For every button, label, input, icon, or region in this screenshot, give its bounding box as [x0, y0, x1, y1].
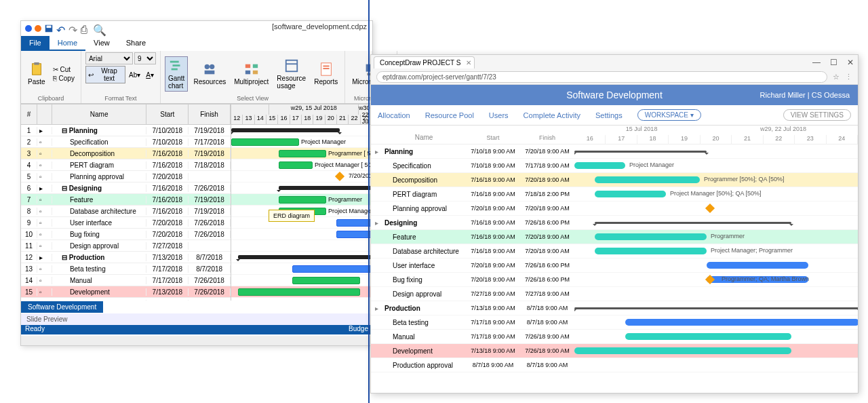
- table-row[interactable]: 16▫Production approval8/7/2018: [21, 298, 231, 301]
- nav-resource-pool[interactable]: Resource Pool: [425, 111, 474, 119]
- tab-close-icon[interactable]: ✕: [466, 59, 471, 66]
- table-row[interactable]: Manual7/17/18 9:00 AM7/26/18 9:00 AM: [371, 330, 574, 344]
- browser-chrome: — ☐ ✕ ConceptDraw PROJECT S ✕ eptdraw.co…: [371, 55, 858, 85]
- wcol-finish[interactable]: Finish: [520, 134, 574, 141]
- wrap-text-button[interactable]: ↩Wrap text: [85, 66, 125, 83]
- undo-icon[interactable]: ↶: [56, 24, 66, 33]
- table-row[interactable]: PERT diagram7/16/18 9:00 AM7/18/18 2:00 …: [371, 187, 574, 202]
- close-icon[interactable]: ✕: [847, 58, 854, 67]
- qat-icon-1[interactable]: [35, 25, 41, 32]
- horizontal-scrollbar[interactable]: [21, 336, 372, 345]
- gantt-chart[interactable]: w29, 15 Jul 2018 w30, 22 Ju 121314151617…: [231, 104, 372, 301]
- table-row[interactable]: 6▸⊟ Designing7/16/20187/26/2018: [21, 183, 231, 194]
- tab-view[interactable]: View: [85, 36, 118, 51]
- table-row[interactable]: Design approval7/27/18 9:00 AM7/27/18 9:…: [371, 287, 574, 301]
- table-row[interactable]: 14▫Manual7/17/20187/26/2018: [21, 275, 231, 286]
- nav-settings[interactable]: Settings: [595, 111, 623, 119]
- table-row[interactable]: 1▸⊟ Planning7/10/20187/19/2018: [21, 125, 231, 136]
- font-color-button[interactable]: A▾: [144, 71, 156, 79]
- svg-rect-17: [323, 66, 329, 67]
- col-icon[interactable]: [37, 104, 52, 124]
- web-gantt[interactable]: 15 Jul 2018 w29, 22 Jul 2018 16171819202…: [574, 126, 858, 383]
- wcol-name[interactable]: Name: [382, 134, 466, 141]
- user-info[interactable]: Richard Miller | CS Odessa: [760, 91, 850, 99]
- wcol-start[interactable]: Start: [466, 134, 520, 141]
- ribbon: Paste ✂Cut ⎘Copy Clipboard Arial 9 ↩Wrap…: [21, 51, 372, 104]
- table-row[interactable]: Decomposition7/16/18 9:00 AM7/20/18 9:00…: [371, 173, 574, 187]
- minimize-icon[interactable]: —: [812, 58, 821, 67]
- task-type-icon: ▫: [37, 265, 52, 273]
- table-row[interactable]: Production approval8/7/18 9:00 AM8/7/18 …: [371, 358, 574, 372]
- cut-button[interactable]: ✂Cut: [51, 65, 77, 74]
- table-row[interactable]: Feature7/16/18 9:00 AM7/20/18 9:00 AM: [371, 230, 574, 244]
- multiproject-button[interactable]: Multiproject: [231, 60, 271, 87]
- table-row[interactable]: 13▫Beta testing7/17/20188/7/2018: [21, 263, 231, 275]
- maximize-icon[interactable]: ☐: [830, 58, 837, 67]
- table-row[interactable]: 3▫Decomposition7/16/20187/19/2018: [21, 148, 231, 159]
- font-case-button[interactable]: Ab▾: [127, 71, 142, 79]
- nav-allocation[interactable]: Allocation: [378, 111, 410, 119]
- table-row[interactable]: Database architecture7/16/18 9:00 AM7/20…: [371, 244, 574, 258]
- font-select[interactable]: Arial: [85, 52, 133, 64]
- table-row[interactable]: 5▫Planning approval7/20/2018: [21, 171, 231, 183]
- nav-users[interactable]: Users: [489, 111, 509, 119]
- table-row[interactable]: 15▫Development7/13/20187/26/2018: [21, 286, 231, 298]
- workspace-button[interactable]: WORKSPACE ▾: [637, 109, 701, 121]
- table-row[interactable]: 10▫Bug fixing7/20/20187/26/2018: [21, 229, 231, 240]
- col-finish[interactable]: Finish: [189, 104, 231, 124]
- size-select[interactable]: 9: [134, 52, 156, 64]
- table-row[interactable]: ▸Designing7/16/18 9:00 AM7/26/18 6:00 PM: [371, 216, 574, 230]
- svg-rect-13: [253, 71, 258, 75]
- table-row[interactable]: Planning approval7/20/18 9:00 AM7/20/18 …: [371, 202, 574, 216]
- address-bar[interactable]: eptdraw.com/project-server/gantt/7/23: [376, 71, 827, 83]
- gantt-chart-button[interactable]: Gantt chart: [165, 56, 188, 92]
- browser-tab[interactable]: ConceptDraw PROJECT S ✕: [374, 56, 475, 69]
- task-type-icon: ▫: [37, 196, 52, 204]
- col-num[interactable]: #: [21, 104, 37, 124]
- tab-file[interactable]: File: [21, 36, 50, 51]
- table-row[interactable]: 11▫Design approval7/27/2018: [21, 240, 231, 252]
- table-row[interactable]: 12▸⊟ Production7/13/20188/7/2018: [21, 252, 231, 263]
- table-row[interactable]: Development7/13/18 9:00 AM7/26/18 9:00 A…: [371, 344, 574, 358]
- task-type-icon: ▸: [37, 185, 52, 192]
- table-row[interactable]: User interface7/20/18 9:00 AM7/26/18 6:0…: [371, 258, 574, 273]
- table-row[interactable]: 9▫User interface7/20/20187/26/2018: [21, 217, 231, 229]
- col-start[interactable]: Start: [146, 104, 189, 124]
- quick-access-toolbar: ↶ ↷ ⎙ 🔍 [software_development.cdpz: [21, 21, 372, 36]
- preview-icon[interactable]: 🔍: [93, 24, 102, 33]
- resources-button[interactable]: Resources: [191, 60, 229, 87]
- paste-button[interactable]: Paste: [25, 60, 48, 87]
- table-row[interactable]: 7▫Feature7/16/20187/19/2018: [21, 194, 231, 206]
- copy-button[interactable]: ⎘Copy: [51, 74, 77, 83]
- view-settings-button[interactable]: VIEW SETTINGS: [783, 109, 851, 121]
- task-type-icon: ▸: [37, 254, 52, 261]
- resource-usage-button[interactable]: Resource usage: [274, 57, 309, 91]
- reports-button[interactable]: Reports: [311, 60, 340, 87]
- table-row[interactable]: Beta testing7/17/18 9:00 AM8/7/18 9:00 A…: [371, 315, 574, 330]
- project-tab[interactable]: Software Development: [21, 301, 103, 313]
- table-row[interactable]: Bug fixing7/20/18 9:00 AM7/26/18 6:00 PM: [371, 273, 574, 287]
- svg-rect-3: [34, 62, 39, 65]
- table-row[interactable]: 2▫Specification7/10/20187/17/2018: [21, 136, 231, 148]
- tab-home[interactable]: Home: [50, 36, 85, 51]
- task-type-icon: ▫: [37, 242, 52, 250]
- redo-icon[interactable]: ↷: [68, 24, 78, 33]
- table-row[interactable]: ▸Planning7/10/18 9:00 AM7/20/18 9:00 AM: [371, 145, 574, 159]
- browser-menu-icon[interactable]: ⋮: [845, 73, 852, 81]
- bookmark-star-icon[interactable]: ☆: [833, 73, 840, 81]
- table-row[interactable]: ▸Production7/13/18 9:00 AM8/7/18 9:00 AM: [371, 301, 574, 315]
- nav-complete-activity[interactable]: Complete Activity: [524, 111, 580, 119]
- slide-preview[interactable]: Slide Preview: [21, 313, 372, 325]
- table-row[interactable]: Specification7/10/18 9:00 AM7/17/18 9:00…: [371, 159, 574, 173]
- table-row[interactable]: 4▫PERT diagram7/16/20187/18/2018: [21, 159, 231, 171]
- tab-share[interactable]: Share: [118, 36, 154, 51]
- table-row[interactable]: 8▫Database architecture7/16/20187/19/201…: [21, 206, 231, 217]
- table-header: # Name Start Finish: [21, 104, 231, 125]
- col-name[interactable]: Name: [52, 104, 147, 124]
- resources-icon: [202, 62, 217, 77]
- web-task-table: Name Start Finish ▸Planning7/10/18 9:00 …: [371, 126, 574, 383]
- save-icon[interactable]: [44, 24, 54, 33]
- print-icon[interactable]: ⎙: [81, 24, 90, 33]
- window-title: [software_development.cdpz: [272, 22, 367, 31]
- multiproject-icon: [244, 62, 259, 77]
